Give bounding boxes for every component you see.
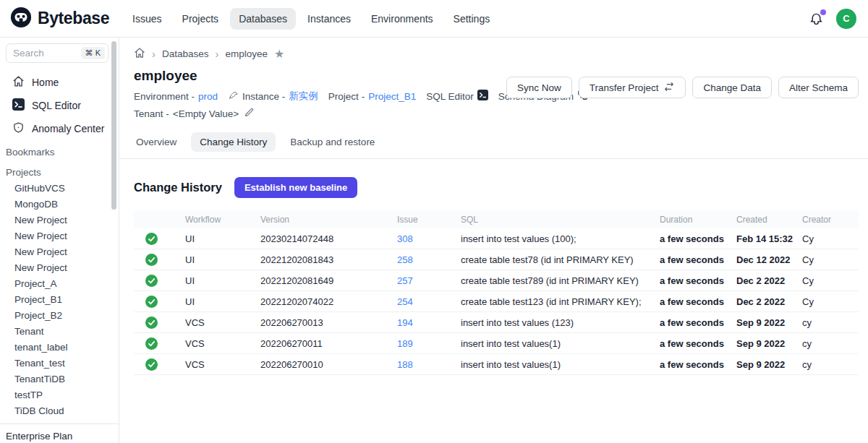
sidebar-project-tenant-label[interactable]: tenant_label: [0, 340, 119, 356]
cell-version: 202206270013: [260, 317, 397, 328]
user-avatar[interactable]: C: [836, 9, 856, 29]
cell-duration: a few seconds: [660, 275, 736, 286]
breadcrumb-employee[interactable]: employee: [226, 48, 268, 59]
sidebar-project-tidb-cloud[interactable]: TiDB Cloud: [0, 403, 119, 419]
table-row[interactable]: VCS202206270013194insert into test value…: [134, 312, 859, 333]
nav-item-projects[interactable]: Projects: [174, 8, 228, 30]
tab-backup-and-restore[interactable]: Backup and restore: [288, 132, 377, 152]
project-label: Project -: [328, 91, 365, 102]
nav-item-environments[interactable]: Environments: [362, 8, 442, 30]
nav-item-issues[interactable]: Issues: [124, 8, 170, 30]
environment-link[interactable]: prod: [198, 91, 218, 102]
cell-version: 202206270010: [260, 359, 397, 370]
sidebar-project-new-project[interactable]: New Project: [0, 244, 119, 260]
table-row[interactable]: UI20230214072448308insert into test valu…: [134, 228, 859, 249]
environment-meta: Environment - prod: [134, 91, 218, 102]
alter-schema-button[interactable]: Alter Schema: [778, 77, 859, 98]
sidebar-item-sql-editor[interactable]: SQL Editor: [0, 94, 119, 117]
column-header-sql: SQL: [461, 215, 660, 225]
issue-link[interactable]: 194: [397, 317, 413, 328]
breadcrumb-home-icon[interactable]: [134, 47, 145, 61]
sidebar-section-projects[interactable]: Projects: [0, 160, 119, 181]
breadcrumb-databases[interactable]: Databases: [162, 48, 209, 59]
status-success-icon: [134, 317, 185, 329]
transfer-project-button[interactable]: Transfer Project: [579, 77, 686, 98]
sql-editor-shortcut[interactable]: SQL Editor: [426, 90, 488, 103]
sidebar-item-home[interactable]: Home: [0, 71, 119, 94]
table-row[interactable]: VCS202206270010188insert into test value…: [134, 354, 859, 375]
nav-item-instances[interactable]: Instances: [299, 8, 359, 30]
sidebar-project-new-project[interactable]: New Project: [0, 212, 119, 228]
sidebar-project-tenant-test[interactable]: Tenant_test: [0, 356, 119, 371]
bytebase-logo-icon: [10, 7, 32, 31]
cell-creator: Cy: [802, 254, 859, 265]
brand-wordmark: Bytebase: [38, 9, 109, 28]
sidebar-project-list: GitHubVCSMongoDBNew ProjectNew ProjectNe…: [0, 181, 119, 419]
brand-logo[interactable]: Bytebase: [10, 7, 109, 31]
issue-link[interactable]: 257: [397, 275, 413, 286]
search-placeholder: Search: [13, 48, 81, 59]
column-header-issue: Issue: [397, 215, 461, 225]
project-link[interactable]: Project_B1: [368, 91, 416, 102]
table-row[interactable]: VCS202206270011189insert into test value…: [134, 333, 859, 354]
bookmark-star-icon[interactable]: ★: [274, 48, 284, 60]
tab-change-history[interactable]: Change History: [191, 132, 276, 152]
page-actions: Sync Now Transfer Project Change Data Al…: [506, 77, 859, 98]
status-success-icon: [134, 275, 185, 287]
cell-duration: a few seconds: [660, 317, 736, 328]
breadcrumb: › Databases › employee ★: [119, 38, 868, 61]
project-meta: Project - Project_B1: [328, 91, 416, 102]
issue-link[interactable]: 308: [397, 233, 413, 244]
sidebar-item-anomaly-center[interactable]: Anomaly Center: [0, 117, 119, 140]
column-header-created: Created: [736, 215, 802, 225]
sync-now-button[interactable]: Sync Now: [506, 77, 572, 98]
top-app-bar: Bytebase IssuesProjectsDatabasesInstance…: [0, 0, 868, 38]
meta-row-2: Tenant - <Empty Value>: [134, 106, 868, 121]
cell-version: 202206270011: [260, 338, 397, 349]
sidebar-project-project-b2[interactable]: Project_B2: [0, 308, 119, 324]
mysql-instance-icon: [228, 90, 239, 103]
status-success-icon: [134, 337, 185, 350]
cell-sql: insert into test values(1): [461, 338, 660, 349]
sidebar-project-tenant[interactable]: Tenant: [0, 324, 119, 340]
establish-baseline-button[interactable]: Establish new baseline: [234, 177, 357, 198]
sidebar-project-mongodb[interactable]: MongoDB: [0, 197, 119, 212]
column-header-version: Version: [260, 215, 397, 225]
cell-sql: insert into test values(1): [461, 359, 660, 370]
cell-created: Sep 9 2022: [736, 317, 802, 328]
instance-link[interactable]: 新实例: [289, 90, 318, 103]
search-shortcut-badge: ⌘ K: [81, 47, 105, 59]
change-data-button[interactable]: Change Data: [692, 77, 772, 98]
issue-link[interactable]: 258: [397, 254, 413, 265]
edit-tenant-pencil-icon[interactable]: [244, 107, 255, 120]
issue-link[interactable]: 254: [397, 296, 413, 307]
nav-item-settings[interactable]: Settings: [445, 8, 499, 30]
tab-divider: [119, 158, 868, 159]
table-row[interactable]: UI20221202081649257create table test789 …: [134, 270, 859, 291]
cell-created: Dec 2 2022: [736, 296, 802, 307]
cell-workflow: UI: [185, 254, 260, 265]
sidebar-project-githubvcs[interactable]: GitHubVCS: [0, 181, 119, 197]
cell-issue: 194: [397, 317, 461, 328]
sidebar-section-bookmarks[interactable]: Bookmarks: [0, 140, 119, 160]
sidebar-project-new-project[interactable]: New Project: [0, 228, 119, 244]
issue-link[interactable]: 188: [397, 359, 413, 370]
cell-version: 20221202074022: [260, 296, 397, 307]
sidebar-scrollbar[interactable]: [111, 41, 116, 210]
search-input[interactable]: Search ⌘ K: [6, 43, 109, 63]
cell-creator: cy: [802, 359, 859, 370]
cell-duration: a few seconds: [660, 359, 736, 370]
sidebar-project-tenanttidb[interactable]: TenantTiDB: [0, 371, 119, 387]
cell-workflow: VCS: [185, 317, 260, 328]
nav-item-databases[interactable]: Databases: [230, 8, 296, 30]
table-row[interactable]: UI20221202081843258create table test78 (…: [134, 249, 859, 270]
sidebar-project-new-project[interactable]: New Project: [0, 260, 119, 276]
tab-overview[interactable]: Overview: [134, 132, 179, 152]
table-row[interactable]: UI20221202074022254create table test123 …: [134, 291, 859, 312]
sidebar-project-testtp[interactable]: testTP: [0, 387, 119, 403]
notification-bell-icon[interactable]: [809, 11, 825, 27]
issue-link[interactable]: 189: [397, 338, 413, 349]
sidebar-project-project-b1[interactable]: Project_B1: [0, 292, 119, 308]
cell-created: Dec 12 2022: [736, 254, 802, 265]
sidebar-project-project-a[interactable]: Project_A: [0, 276, 119, 292]
